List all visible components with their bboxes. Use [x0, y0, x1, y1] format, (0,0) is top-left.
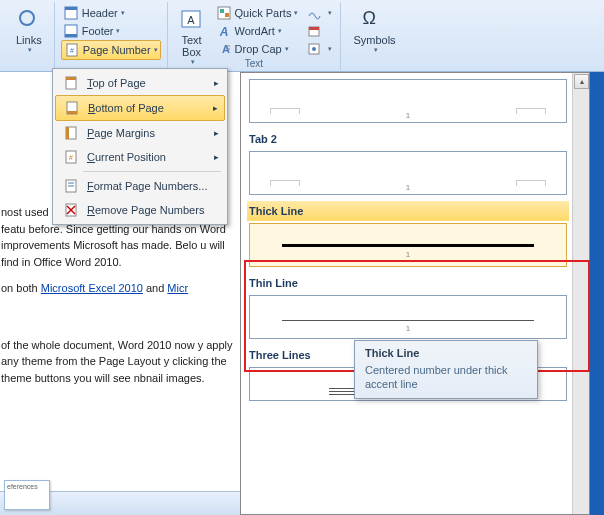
svg-rect-11 — [225, 13, 229, 17]
menu-label: Current Position — [87, 151, 166, 163]
gallery-preview-thick-line[interactable]: 1 — [249, 223, 567, 267]
svg-point-19 — [312, 47, 316, 51]
menu-remove-page-numbers[interactable]: Remove Page Numbers — [55, 198, 225, 222]
page-number-label: Page Number — [83, 44, 151, 56]
chevron-down-icon: ▾ — [328, 9, 332, 17]
gallery-scrollbar[interactable]: ▴ — [572, 73, 589, 514]
ribbon-group-links: Links ▾ — [4, 2, 55, 70]
date-icon — [306, 23, 322, 39]
chevron-down-icon: ▾ — [374, 46, 378, 54]
header-button[interactable]: Header ▾ — [61, 4, 161, 22]
links-button[interactable]: Links ▾ — [10, 4, 48, 58]
object-icon — [306, 41, 322, 57]
doc-text: and — [143, 282, 167, 294]
link-micr[interactable]: Micr — [167, 282, 188, 294]
page-number-button[interactable]: # Page Number ▾ — [61, 40, 161, 60]
format-icon — [61, 178, 81, 194]
menu-label: Bottom of Page — [88, 102, 164, 114]
symbols-label: Symbols — [353, 34, 395, 46]
submenu-arrow-icon: ▸ — [213, 103, 218, 113]
symbols-button[interactable]: Ω Symbols ▾ — [347, 4, 401, 58]
page-number-icon: # — [64, 42, 80, 58]
ribbon-group-text: A TextBox ▾ Quick Parts ▾ A WordArt ▾ A … — [168, 2, 342, 70]
chevron-down-icon: ▾ — [154, 46, 158, 54]
top-page-icon — [61, 75, 81, 91]
menu-separator — [83, 171, 221, 172]
ribbon-group-symbols: Ω Symbols ▾ — [341, 2, 407, 70]
wordart-button[interactable]: A WordArt ▾ — [214, 22, 301, 40]
chevron-down-icon: ▾ — [28, 46, 32, 54]
section-label-tab2: Tab 2 — [247, 129, 569, 149]
section-label-thin-line: Thin Line — [247, 273, 569, 293]
svg-rect-25 — [66, 127, 69, 139]
text-box-icon: A — [180, 8, 204, 32]
chevron-down-icon: ▾ — [294, 9, 298, 17]
quick-parts-icon — [216, 5, 232, 21]
svg-rect-21 — [66, 77, 76, 80]
page-thumbnail[interactable]: eferences — [4, 480, 50, 510]
menu-page-margins[interactable]: Page Margins ▸ — [55, 121, 225, 145]
submenu-arrow-icon: ▸ — [214, 128, 219, 138]
svg-text:A: A — [187, 14, 195, 26]
remove-icon — [61, 202, 81, 218]
drop-cap-label: Drop Cap — [235, 43, 282, 55]
submenu-arrow-icon: ▸ — [214, 152, 219, 162]
drop-cap-button[interactable]: A Drop Cap ▾ — [214, 40, 301, 58]
svg-rect-2 — [65, 7, 77, 10]
text-box-label: TextBox — [181, 34, 201, 58]
preview-number: 1 — [406, 324, 410, 335]
chevron-down-icon: ▾ — [121, 9, 125, 17]
wordart-label: WordArt — [235, 25, 275, 37]
svg-text:#: # — [69, 154, 73, 161]
links-label: Links — [16, 34, 42, 46]
preview-number: 1 — [406, 250, 410, 261]
page-number-menu: Top of Page ▸ Bottom of Page ▸ Page Marg… — [52, 68, 228, 225]
link-excel[interactable]: Microsoft Excel 2010 — [41, 282, 143, 294]
object-button[interactable]: ▾ — [304, 40, 334, 58]
submenu-arrow-icon: ▸ — [214, 78, 219, 88]
header-label: Header — [82, 7, 118, 19]
chevron-down-icon: ▾ — [278, 27, 282, 35]
chevron-down-icon: ▾ — [328, 45, 332, 53]
page-number-gallery: 1 Tab 2 1 Thick Line 1 Thin Line 1 Three… — [240, 72, 590, 515]
doc-text: on both — [1, 282, 41, 294]
chevron-down-icon: ▾ — [285, 45, 289, 53]
svg-rect-23 — [67, 111, 77, 114]
date-button[interactable] — [304, 22, 334, 40]
footer-label: Footer — [82, 25, 114, 37]
gallery-preview-thin-line[interactable]: 1 — [249, 295, 567, 339]
gallery-preview-tab1[interactable]: 1 — [249, 79, 567, 123]
chevron-down-icon: ▾ — [116, 27, 120, 35]
ribbon: Links ▾ Header ▾ Footer ▾ # Page Number … — [0, 0, 604, 72]
menu-label: Format Page Numbers... — [87, 180, 207, 192]
drop-cap-icon: A — [216, 41, 232, 57]
svg-text:A: A — [218, 25, 228, 38]
gallery-preview-tab2[interactable]: 1 — [249, 151, 567, 195]
margins-icon — [61, 125, 81, 141]
omega-icon: Ω — [363, 8, 387, 32]
scroll-up-button[interactable]: ▴ — [574, 74, 589, 89]
tooltip-description: Centered number under thick accent line — [365, 363, 527, 392]
links-icon — [17, 8, 41, 32]
menu-top-of-page[interactable]: Top of Page ▸ — [55, 71, 225, 95]
menu-current-position[interactable]: # Current Position ▸ — [55, 145, 225, 169]
menu-bottom-of-page[interactable]: Bottom of Page ▸ — [55, 95, 225, 121]
svg-point-0 — [20, 11, 34, 25]
footer-button[interactable]: Footer ▾ — [61, 22, 161, 40]
signature-icon — [306, 5, 322, 21]
doc-paragraph: of the whole document, Word 2010 now y a… — [1, 337, 234, 387]
signature-button[interactable]: ▾ — [304, 4, 334, 22]
svg-rect-10 — [220, 9, 224, 13]
bottom-page-icon — [62, 100, 82, 116]
menu-format-page-numbers[interactable]: Format Page Numbers... — [55, 174, 225, 198]
menu-label: Remove Page Numbers — [87, 204, 204, 216]
svg-text:#: # — [70, 47, 74, 54]
section-label-thick-line: Thick Line — [247, 201, 569, 221]
status-bar: eferences — [0, 491, 240, 515]
tooltip-title: Thick Line — [365, 347, 527, 359]
ribbon-group-headerfooter: Header ▾ Footer ▾ # Page Number ▾ — [55, 2, 168, 70]
quick-parts-button[interactable]: Quick Parts ▾ — [214, 4, 301, 22]
wordart-icon: A — [216, 23, 232, 39]
svg-rect-4 — [65, 34, 77, 37]
menu-label: Top of Page — [87, 77, 146, 89]
